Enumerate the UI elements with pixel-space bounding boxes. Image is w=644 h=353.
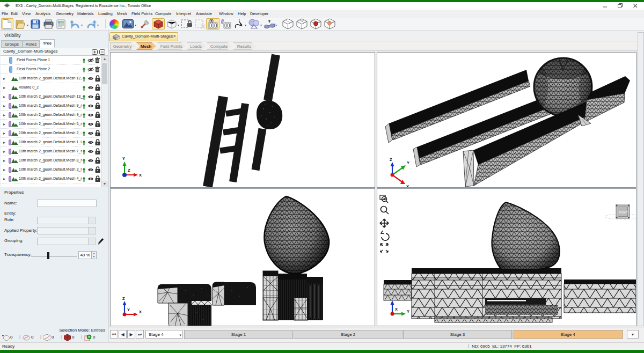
svg-text:RIGHT: RIGHT [619, 211, 628, 214]
svg-text:Y: Y [122, 156, 125, 161]
svg-text:X: X [406, 184, 409, 187]
svg-text:X: X [139, 173, 142, 178]
svg-text:Y: Y [407, 160, 409, 165]
svg-text:Y: Y [407, 309, 409, 314]
svg-text:X: X [395, 307, 398, 312]
svg-text:Z: Z [390, 157, 392, 162]
svg-text:Z: Z [128, 168, 130, 173]
svg-text:Y: Y [127, 307, 130, 312]
svg-text:X: X [139, 310, 142, 314]
svg-text:Z: Z [122, 296, 125, 301]
